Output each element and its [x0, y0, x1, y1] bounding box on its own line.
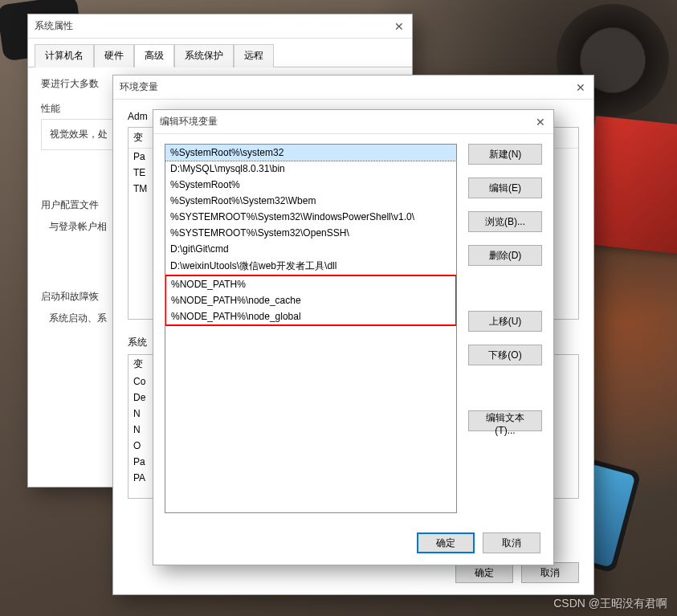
highlight-annotation: %NODE_PATH% %NODE_PATH%\node_cache %NODE… — [165, 275, 457, 326]
sysprops-titlebar[interactable]: 系统属性 ✕ — [28, 14, 412, 39]
watermark-text: CSDN @王昭没有君啊 — [553, 597, 667, 611]
browse-button[interactable]: 浏览(B)... — [468, 211, 542, 232]
path-list[interactable]: %SystemRoot%\system32 D:\MySQL\mysql8.0.… — [165, 144, 457, 513]
cancel-button[interactable]: 取消 — [483, 532, 540, 553]
edit-button[interactable]: 编辑(E) — [468, 177, 542, 198]
close-icon[interactable]: ✕ — [574, 81, 587, 94]
path-item[interactable]: D:\git\Git\cmd — [165, 241, 456, 257]
path-item[interactable]: %NODE_PATH%\node_global — [166, 308, 455, 324]
ok-button[interactable]: 确定 — [417, 532, 475, 553]
editenv-title: 编辑环境变量 — [160, 115, 218, 129]
edit-env-variable-dialog: 编辑环境变量 ✕ %SystemRoot%\system32 D:\MySQL\… — [153, 109, 554, 565]
moveup-button[interactable]: 上移(U) — [468, 311, 542, 332]
path-item[interactable]: %SystemRoot%\System32\Wbem — [165, 193, 456, 209]
path-item[interactable]: %SystemRoot%\system32 — [165, 145, 456, 161]
delete-button[interactable]: 删除(D) — [468, 245, 542, 266]
path-item[interactable]: %SYSTEMROOT%\System32\WindowsPowerShell\… — [165, 209, 456, 225]
sysprops-title: 系统属性 — [35, 19, 73, 33]
envvars-title: 环境变量 — [120, 80, 158, 94]
editenv-titlebar[interactable]: 编辑环境变量 ✕ — [153, 110, 553, 134]
envvars-titlebar[interactable]: 环境变量 ✕ — [113, 75, 593, 100]
edittext-button[interactable]: 编辑文本(T)... — [468, 410, 542, 431]
movedown-button[interactable]: 下移(O) — [468, 345, 542, 365]
decor-book — [582, 116, 677, 254]
sysprops-tabs: 计算机名 硬件 高级 系统保护 远程 — [28, 39, 412, 67]
path-item[interactable]: %SystemRoot% — [165, 177, 456, 193]
path-item[interactable]: %NODE_PATH% — [166, 276, 455, 292]
tab-remote[interactable]: 远程 — [234, 44, 274, 67]
close-icon[interactable]: ✕ — [534, 116, 547, 129]
path-item[interactable]: D:\weixinUtools\微信web开发者工具\dll — [165, 257, 456, 275]
path-item[interactable]: D:\MySQL\mysql8.0.31\bin — [165, 161, 456, 177]
editenv-footer: 确定 取消 — [417, 532, 540, 553]
tab-system-protection[interactable]: 系统保护 — [174, 44, 234, 67]
path-item[interactable]: %SYSTEMROOT%\System32\OpenSSH\ — [165, 225, 456, 241]
close-icon[interactable]: ✕ — [393, 20, 406, 33]
editenv-body: %SystemRoot%\system32 D:\MySQL\mysql8.0.… — [153, 134, 553, 523]
side-buttons: 新建(N) 编辑(E) 浏览(B)... 删除(D) 上移(U) 下移(O) 编… — [468, 144, 542, 513]
tab-hardware[interactable]: 硬件 — [94, 44, 134, 67]
tab-computer-name[interactable]: 计算机名 — [35, 44, 94, 67]
path-item[interactable]: %NODE_PATH%\node_cache — [166, 292, 455, 308]
tab-advanced[interactable]: 高级 — [134, 44, 174, 67]
new-button[interactable]: 新建(N) — [468, 144, 542, 165]
